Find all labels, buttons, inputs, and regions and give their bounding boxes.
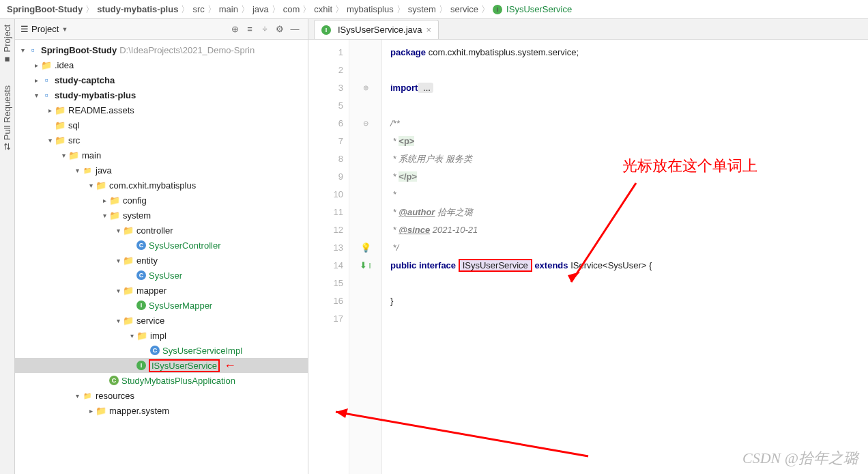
override-icon[interactable]: I [368,257,371,275]
tree-item[interactable]: CSysUserController [15,238,308,253]
tree-item[interactable]: ▾study-mybatis-plus [15,87,308,102]
bc-item[interactable]: cxhit [314,4,332,14]
tree-item[interactable]: CSysUserServiceImpl [15,343,308,358]
interface-icon: I [321,25,331,35]
bc-item[interactable]: src [192,4,204,14]
bc-item[interactable]: SpringBoot-Study [7,4,83,14]
annotation-text: 光标放在这个单词上 [622,156,757,176]
watermark: CSDN @拾年之璐 [742,448,858,469]
expand-icon[interactable]: ≡ [242,22,257,37]
line-gutter: 1 2 3 5 6 7 8 9 10 11 12 13 14 15 16 17 [308,40,349,474]
tree-item[interactable]: ▸.idea [15,57,308,72]
tree-item[interactable]: ▸README.assets [15,102,308,117]
implemented-icon[interactable]: ⬇ [360,257,367,275]
bc-item[interactable]: service [450,4,478,14]
project-tool-tab[interactable]: ■Project [2,25,12,65]
tree-item[interactable]: ▾main [15,148,308,163]
pull-requests-tab[interactable]: ⇄Pull Requests [2,85,12,150]
breadcrumb: SpringBoot-Study〉 study-mybatis-plus〉 sr… [0,0,868,19]
code-body[interactable]: package com.cxhit.mybatisplus.system.ser… [382,40,868,474]
hide-icon[interactable]: — [287,22,302,37]
fold-icon[interactable]: ⊕ [363,79,368,97]
tree-item[interactable]: ▸study-captcha [15,72,308,87]
tree-item-selected[interactable]: IISysUserService← [15,358,308,373]
bc-item[interactable]: com [283,4,300,14]
tree-item[interactable]: ▾service [15,313,308,328]
tree-item[interactable]: ▾com.cxhit.mybatisplus [15,178,308,193]
bc-item[interactable]: mybatisplus [347,4,394,14]
tree-item[interactable]: ▾mapper [15,283,308,298]
tree-item[interactable]: sql [15,117,308,133]
tree-item[interactable]: ▾entity [15,253,308,268]
close-tab-icon[interactable]: × [426,25,432,35]
tree-item[interactable]: ▾system [15,208,308,223]
tree-item[interactable]: ▸config [15,193,308,208]
tree-root[interactable]: ▾SpringBoot-StudyD:\IdeaProjects\2021_De… [15,42,308,57]
tree-item[interactable]: ISysUserMapper [15,298,308,313]
tool-window-bar: ■Project ⇄Pull Requests [0,19,15,474]
tree-item[interactable]: CSysUser [15,268,308,283]
intention-bulb-icon[interactable]: 💡 [360,239,371,257]
project-panel: ☰Project ▼ ⊕ ≡ ÷ ⚙ — ▾SpringBoot-StudyD:… [15,19,308,474]
gutter-icons: ⊕ ⊖ 💡 ⬇I [349,40,382,474]
bc-item[interactable]: main [219,4,238,14]
bc-item[interactable]: ISysUserService [506,4,572,14]
panel-title: Project [31,24,59,34]
bc-item[interactable]: system [408,4,436,14]
tree-item[interactable]: ▸mapper.system [15,403,308,418]
tab-label: ISysUserService.java [338,25,422,35]
locate-icon[interactable]: ⊕ [227,22,242,37]
bc-item[interactable]: java [252,4,269,14]
tree-item[interactable]: ▾src [15,133,308,148]
tree-item[interactable]: ▾📁java [15,163,308,178]
tree-item[interactable]: ▾impl [15,328,308,343]
interface-icon: I [493,5,502,14]
tree-item[interactable]: ▾controller [15,223,308,238]
code-area[interactable]: 1 2 3 5 6 7 8 9 10 11 12 13 14 15 16 17 … [308,40,868,474]
collapse-icon[interactable]: ÷ [257,22,272,37]
editor-tab[interactable]: I ISysUserService.java × [314,20,439,39]
bc-item[interactable]: study-mybatis-plus [97,4,178,14]
settings-icon[interactable]: ⚙ [272,22,287,37]
project-panel-header: ☰Project ▼ ⊕ ≡ ÷ ⚙ — [15,19,308,40]
tree-item[interactable]: CStudyMybatisPlusApplication [15,373,308,388]
fold-icon[interactable]: ⊖ [363,115,368,133]
editor: I ISysUserService.java × 1 2 3 5 6 7 8 9… [308,19,868,474]
tree-item[interactable]: ▾📁resources [15,388,308,403]
editor-tab-bar: I ISysUserService.java × [308,19,868,40]
project-tree[interactable]: ▾SpringBoot-StudyD:\IdeaProjects\2021_De… [15,40,308,474]
caret-word[interactable]: ISysUserService [459,259,532,272]
